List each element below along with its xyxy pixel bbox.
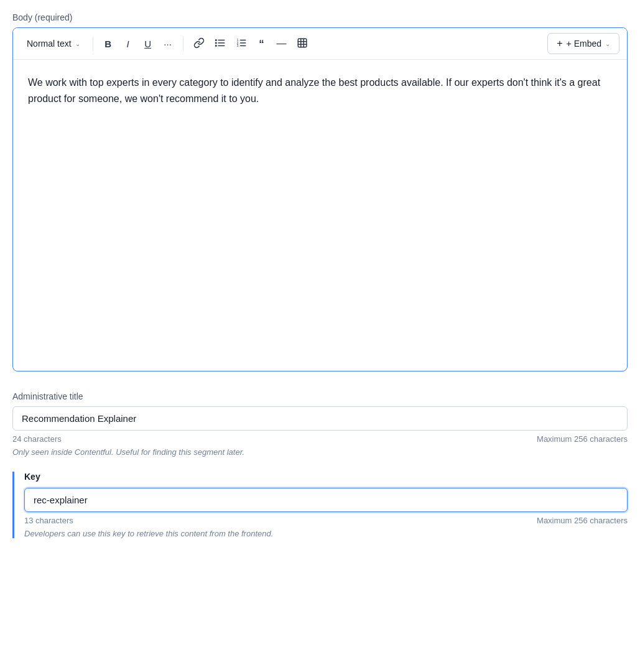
svg-text:3.: 3.	[236, 44, 239, 47]
editor-content[interactable]: We work with top experts in every catego…	[13, 60, 627, 371]
svg-point-5	[215, 45, 216, 46]
svg-rect-12	[298, 39, 307, 47]
admin-title-hint: Only seen inside Contentful. Useful for …	[12, 447, 628, 457]
text-format-chevron-icon: ⌄	[75, 40, 80, 47]
italic-button[interactable]: I	[119, 35, 137, 52]
admin-title-char-count: 24 characters	[12, 434, 62, 444]
bold-button[interactable]: B	[100, 35, 117, 52]
text-format-label: Normal text	[27, 39, 72, 49]
svg-point-4	[215, 42, 216, 44]
quote-button[interactable]: “	[253, 35, 271, 52]
key-char-count: 13 characters	[24, 516, 73, 525]
ordered-list-icon: 1. 2. 3.	[236, 37, 247, 50]
body-editor-wrapper: Normal text ⌄ B I U ···	[12, 27, 628, 371]
embed-chevron-icon: ⌄	[605, 40, 610, 47]
svg-point-3	[215, 39, 216, 40]
link-icon	[193, 37, 205, 50]
table-icon	[297, 37, 308, 50]
key-section: Key 13 characters Maximum 256 characters…	[12, 472, 628, 538]
body-section-label: Body (required)	[12, 12, 628, 22]
table-button[interactable]	[293, 35, 312, 52]
more-icon: ···	[164, 39, 172, 49]
key-hint: Developers can use this key to retrieve …	[24, 529, 628, 538]
link-button[interactable]	[190, 35, 208, 52]
admin-title-section: Administrative title 24 characters Maxim…	[12, 391, 628, 457]
hr-icon: —	[277, 38, 287, 49]
bullet-list-button[interactable]	[211, 35, 230, 52]
quote-icon: “	[259, 39, 264, 49]
italic-icon: I	[126, 39, 129, 49]
editor-text: We work with top experts in every catego…	[28, 75, 612, 106]
embed-label: + Embed	[567, 39, 601, 49]
admin-title-char-row: 24 characters Maximum 256 characters	[12, 434, 628, 444]
underline-button[interactable]: U	[139, 35, 157, 52]
bullet-list-icon	[215, 37, 226, 50]
embed-plus-icon: +	[557, 38, 562, 49]
key-max-chars: Maximum 256 characters	[537, 516, 628, 525]
key-label: Key	[24, 472, 628, 482]
toolbar-divider-2	[183, 36, 183, 51]
text-format-dropdown[interactable]: Normal text ⌄	[21, 34, 86, 54]
hr-button[interactable]: —	[273, 35, 290, 52]
underline-icon: U	[144, 39, 151, 49]
ordered-list-button[interactable]: 1. 2. 3.	[232, 35, 251, 52]
embed-button[interactable]: + + Embed ⌄	[547, 33, 619, 54]
admin-title-max-chars: Maximum 256 characters	[537, 434, 628, 444]
editor-toolbar: Normal text ⌄ B I U ···	[13, 28, 627, 60]
admin-title-label: Administrative title	[12, 391, 628, 401]
toolbar-divider-1	[93, 36, 93, 51]
key-char-row: 13 characters Maximum 256 characters	[24, 516, 628, 525]
key-input[interactable]	[24, 488, 628, 512]
bold-icon: B	[104, 39, 111, 49]
admin-title-input[interactable]	[12, 406, 628, 431]
more-button[interactable]: ···	[159, 35, 177, 52]
